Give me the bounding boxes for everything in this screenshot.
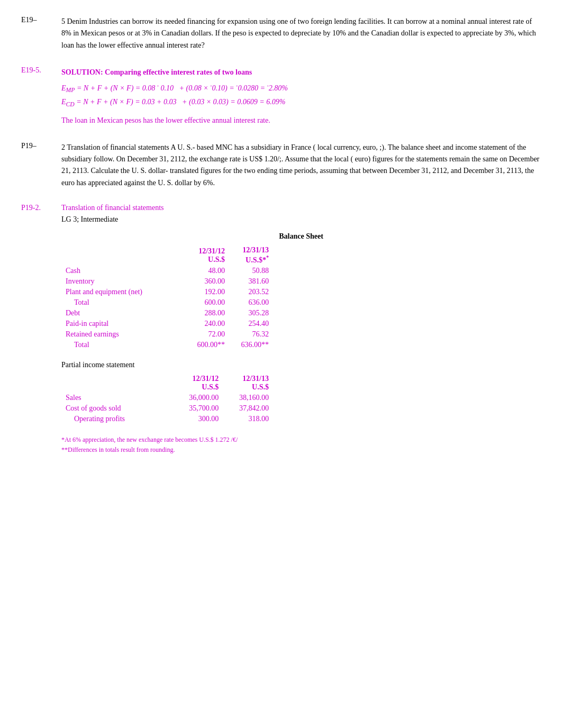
row-col1: 48.00 (185, 266, 229, 276)
row-label: Inventory (61, 276, 185, 287)
row-col2: 636.00** (229, 340, 273, 350)
table-row: Inventory360.00381.60 (61, 276, 273, 287)
table-row: Sales36,000.0038,160.00 (61, 393, 273, 403)
problem-e19-label: E19– (21, 16, 53, 51)
footnote-2: **Differences in totals result from roun… (61, 445, 541, 455)
solution-e19-note: The loan in Mexican pesos has the lower … (61, 114, 541, 127)
balance-sheet-container: Balance Sheet 12/31/12 U.S.$ 12/31/13 U.… (61, 232, 541, 350)
row-label: Debt (61, 308, 185, 319)
row-col2: 203.52 (229, 287, 273, 297)
is-label-header (61, 374, 173, 393)
row-col1: 36,000.00 (173, 393, 223, 403)
solution-e19-title: SOLUTION: Comparing effective interest r… (61, 66, 541, 79)
problem-e19-text: 5 Denim Industries can borrow its needed… (61, 16, 541, 51)
table-row: Total600.00**636.00** (61, 340, 273, 350)
bs-col2-header: 12/31/13 U.S.$** (229, 245, 273, 266)
table-row: Retained earnings72.0076.32 (61, 329, 273, 340)
solution-p19-title: Translation of financial statements (61, 204, 164, 212)
row-label: Paid-in capital (61, 319, 185, 329)
row-label: Retained earnings (61, 329, 185, 340)
solution-e19-line1: EMP = N + F + (N × F) = 0.08 - 0.10 + (0… (61, 81, 541, 96)
income-statement-label: Partial income statement (61, 361, 541, 369)
table-row: Cost of goods sold35,700.0037,842.00 (61, 403, 273, 414)
row-col2: 318.00 (223, 414, 273, 424)
solution-e19: E19-5. SOLUTION: Comparing effective int… (21, 66, 541, 127)
bs-col1-header: 12/31/12 U.S.$ (185, 245, 229, 266)
income-statement-table: 12/31/12 U.S.$ 12/31/13 U.S.$ Sales36,00… (61, 374, 273, 424)
problem-p19: P19– 2 Translation of financial statemen… (21, 142, 541, 189)
solution-e19-label: E19-5. (21, 66, 53, 127)
row-col2: 37,842.00 (223, 403, 273, 414)
row-col1: 72.00 (185, 329, 229, 340)
row-col1: 35,700.00 (173, 403, 223, 414)
row-label: Cost of goods sold (61, 403, 173, 414)
row-col1: 192.00 (185, 287, 229, 297)
row-label: Total (61, 340, 185, 350)
row-col2: 254.40 (229, 319, 273, 329)
table-row: Cash48.0050.88 (61, 266, 273, 276)
balance-sheet-table: 12/31/12 U.S.$ 12/31/13 U.S.$** Cash48.0… (61, 245, 273, 350)
is-col2-header: 12/31/13 U.S.$ (223, 374, 273, 393)
row-col1: 240.00 (185, 319, 229, 329)
bs-label-header (61, 245, 185, 266)
problem-p19-label: P19– (21, 142, 53, 189)
row-label: Operating profits (61, 414, 173, 424)
row-col1: 288.00 (185, 308, 229, 319)
row-col1: 300.00 (173, 414, 223, 424)
row-col1: 600.00** (185, 340, 229, 350)
footnote-1: *At 6% appreciation, the new exchange ra… (61, 435, 541, 445)
table-row: Plant and equipment (net)192.00203.52 (61, 287, 273, 297)
row-col2: 636.00 (229, 297, 273, 308)
row-label: Cash (61, 266, 185, 276)
table-row: Total600.00636.00 (61, 297, 273, 308)
row-col2: 305.28 (229, 308, 273, 319)
is-col1-header: 12/31/12 U.S.$ (173, 374, 223, 393)
row-col2: 76.32 (229, 329, 273, 340)
solution-e19-content: SOLUTION: Comparing effective interest r… (61, 66, 541, 127)
lg-text: LG 3; Intermediate (61, 215, 541, 224)
row-col2: 50.88 (229, 266, 273, 276)
row-label: Sales (61, 393, 173, 403)
balance-sheet-title: Balance Sheet (61, 232, 541, 241)
table-row: Paid-in capital240.00254.40 (61, 319, 273, 329)
row-col1: 360.00 (185, 276, 229, 287)
solution-e19-line2: ECD = N + F + (N × F) = 0.03 + 0.03 + (0… (61, 96, 541, 110)
row-col2: 38,160.00 (223, 393, 273, 403)
table-row: Debt288.00305.28 (61, 308, 273, 319)
row-col1: 600.00 (185, 297, 229, 308)
row-label: Total (61, 297, 185, 308)
row-col2: 381.60 (229, 276, 273, 287)
footnotes: *At 6% appreciation, the new exchange ra… (61, 435, 541, 455)
solution-p19-header: P19-2. Translation of financial statemen… (21, 204, 541, 212)
problem-e19: E19– 5 Denim Industries can borrow its n… (21, 16, 541, 51)
row-label: Plant and equipment (net) (61, 287, 185, 297)
problem-p19-text: 2 Translation of financial statements A … (61, 142, 541, 189)
table-row: Operating profits300.00318.00 (61, 414, 273, 424)
solution-p19-label: P19-2. (21, 204, 53, 212)
income-statement-container: 12/31/12 U.S.$ 12/31/13 U.S.$ Sales36,00… (61, 374, 541, 424)
